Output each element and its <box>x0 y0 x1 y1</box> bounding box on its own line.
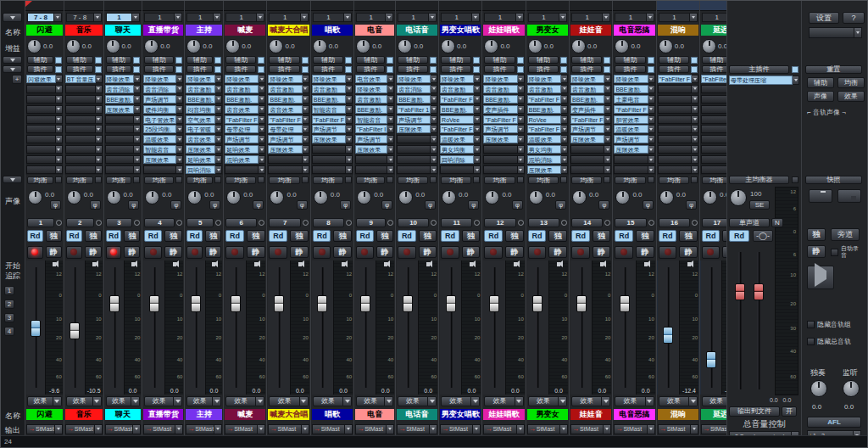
gain-knob[interactable] <box>398 39 412 53</box>
dropdown-arrow-icon[interactable] <box>259 75 265 83</box>
speaker-icon[interactable] <box>514 262 517 266</box>
dropdown-arrow-icon[interactable] <box>346 125 353 133</box>
dropdown-arrow-icon[interactable] <box>56 115 63 124</box>
input-select[interactable]: 7 - 8 <box>66 13 102 22</box>
track-name-bottom[interactable]: 聊天 <box>105 409 142 420</box>
plugin-slot[interactable]: "FabFilter F <box>225 115 265 124</box>
plugin-slot[interactable]: BBE激励. <box>570 95 611 104</box>
plugin-slot[interactable] <box>312 145 353 154</box>
aux-button[interactable]: 辅助 <box>269 56 299 64</box>
fx-button[interactable]: 效果 <box>313 396 343 406</box>
aux-button[interactable]: 辅助 <box>615 56 645 64</box>
phase-button[interactable]: φ <box>686 200 697 210</box>
fader-cap[interactable] <box>620 295 630 312</box>
dropdown-arrow-icon[interactable] <box>134 115 141 124</box>
dropdown-arrow-icon[interactable] <box>213 396 221 406</box>
plugin-slot[interactable]: 智能齿音 <box>143 145 183 154</box>
channel-number[interactable]: 11 <box>441 218 472 227</box>
plugin-slot[interactable]: 温暖效果 <box>143 135 183 143</box>
mute-button[interactable]: 静 <box>462 246 481 258</box>
dropdown-arrow-icon[interactable] <box>692 135 698 143</box>
plugin-enable-square[interactable] <box>473 66 480 73</box>
record-arm-button[interactable] <box>356 246 374 259</box>
plugin-slot[interactable]: 压限效果 <box>397 125 437 133</box>
dropdown-arrow-icon[interactable] <box>604 165 611 174</box>
dropdown-arrow-icon[interactable] <box>692 145 698 154</box>
channel-number[interactable]: 6 <box>225 218 257 227</box>
plugin-slot[interactable] <box>105 145 142 154</box>
plugin-slot[interactable]: 齿音效果 <box>268 105 309 114</box>
dropdown-arrow-icon[interactable] <box>259 105 265 114</box>
plugin-slot[interactable]: 降噪效果 <box>527 75 568 83</box>
plugin-slot[interactable]: 齿音激励 <box>268 85 309 93</box>
dropdown-arrow-icon[interactable] <box>134 145 141 154</box>
solo-button[interactable]: 独 <box>505 230 524 242</box>
dropdown-arrow-icon[interactable] <box>259 135 265 143</box>
rd-button[interactable]: Rd <box>659 230 677 242</box>
eq-enable-square[interactable] <box>55 176 62 183</box>
plugin-slot[interactable]: 压限效果 <box>483 135 524 143</box>
dropdown-arrow-icon[interactable] <box>96 95 103 104</box>
channel-number[interactable]: 8 <box>313 218 344 227</box>
speaker-icon[interactable] <box>254 262 258 266</box>
record-arm-button[interactable] <box>186 246 203 259</box>
dropdown-arrow-icon[interactable] <box>518 115 525 124</box>
plugin-slot[interactable] <box>397 135 437 143</box>
dropdown-arrow-icon[interactable] <box>346 75 353 83</box>
dropdown-arrow-icon[interactable] <box>559 14 566 21</box>
rd-button[interactable]: Rd <box>106 230 122 242</box>
dropdown-arrow-icon[interactable] <box>387 105 394 114</box>
plugin-slot[interactable]: BT 音量压 <box>65 75 103 83</box>
channel-number[interactable]: 1 <box>27 218 54 227</box>
dropdown-arrow-icon[interactable] <box>648 165 655 174</box>
aux-button[interactable]: 辅助 <box>106 56 132 64</box>
plugin-slot[interactable] <box>65 115 103 124</box>
dropdown-arrow-icon[interactable] <box>648 75 655 83</box>
rd-button[interactable]: Rd <box>186 230 203 242</box>
rd-button[interactable]: Rd <box>398 230 415 242</box>
dropdown-arrow-icon[interactable] <box>431 135 437 143</box>
plugin-slot[interactable]: 压限效果 <box>614 145 654 154</box>
plugin-slot[interactable]: 25段均衡. <box>143 125 183 133</box>
dropdown-arrow-icon[interactable] <box>692 125 698 133</box>
plugin-enable-square[interactable] <box>604 66 610 73</box>
pan-knob[interactable] <box>659 190 674 204</box>
plugin-collapse-button[interactable] <box>3 65 22 73</box>
plugin-slot[interactable]: 降噪效果 <box>312 75 353 83</box>
channel-number[interactable]: 15 <box>615 218 646 227</box>
plugin-button[interactable]: 插件 <box>225 65 256 73</box>
eq-enable-square[interactable] <box>648 176 654 183</box>
dropdown-arrow-icon[interactable] <box>215 75 222 83</box>
solo-button[interactable]: 独 <box>679 230 698 242</box>
snapshot-save-button[interactable] <box>837 189 861 203</box>
plugin-slot[interactable]: 回响消除 <box>440 155 481 164</box>
rd-button[interactable]: Rd <box>269 230 287 242</box>
dropdown-arrow-icon[interactable] <box>215 155 222 164</box>
dropdown-arrow-icon[interactable] <box>346 85 353 93</box>
solo-knob[interactable] <box>810 380 827 397</box>
mute-button[interactable]: 静 <box>164 246 182 258</box>
dropdown-arrow-icon[interactable] <box>793 76 799 85</box>
fader-cap[interactable] <box>663 327 673 344</box>
plugin-slot[interactable] <box>65 85 103 93</box>
plugin-slot[interactable] <box>658 95 698 104</box>
plugin-slot[interactable]: 压限效果 <box>312 135 353 143</box>
link-circle-icon[interactable] <box>176 220 182 226</box>
link-circle-icon[interactable] <box>692 220 698 226</box>
plugin-button[interactable]: 插件 <box>27 65 53 73</box>
plugin-slot[interactable]: BBE激励. <box>483 95 524 104</box>
plugin-slot[interactable]: "FabFilter F <box>312 115 353 124</box>
phase-button[interactable]: φ <box>598 200 609 210</box>
dropdown-arrow-icon[interactable] <box>215 85 222 93</box>
plugin-slot[interactable]: BBE激励. <box>312 95 353 104</box>
plugin-button[interactable]: 插件 <box>571 65 602 73</box>
solo-button[interactable]: 独 <box>205 230 221 242</box>
aux-button[interactable]: 辅助 <box>571 56 602 64</box>
fader-cap[interactable] <box>109 295 120 312</box>
pan-knob[interactable] <box>67 190 81 204</box>
dropdown-arrow-icon[interactable] <box>300 396 309 406</box>
plugin-slot[interactable]: 变声插件 <box>483 105 524 114</box>
rd-button[interactable]: Rd <box>571 230 590 242</box>
dropdown-arrow-icon[interactable] <box>56 145 63 154</box>
dropdown-arrow-icon[interactable] <box>174 14 181 21</box>
